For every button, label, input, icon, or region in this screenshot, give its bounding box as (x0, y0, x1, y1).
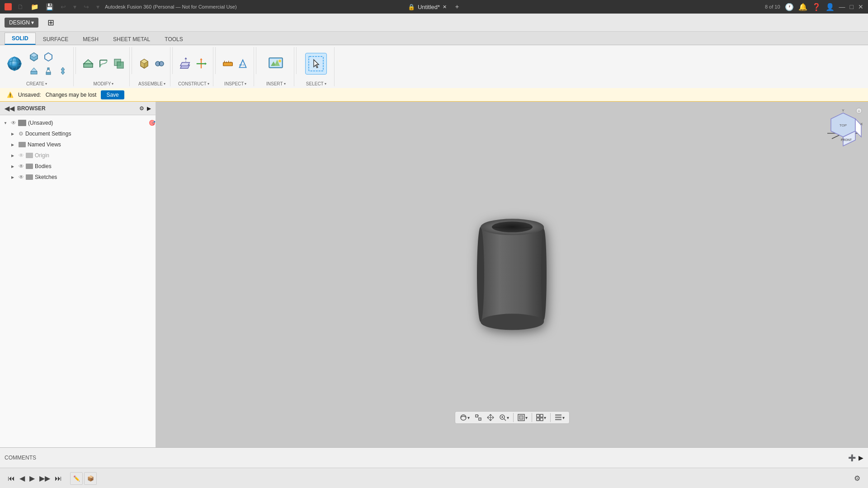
maximize-btn[interactable]: □ (850, 3, 854, 10)
fit-view-btn[interactable] (473, 413, 484, 422)
tree-item-bodies[interactable]: ▶ 👁 Bodies (0, 161, 156, 172)
save-button[interactable]: Save (101, 90, 124, 99)
create-loft-btn[interactable] (42, 64, 55, 78)
create-move-btn[interactable] (56, 64, 70, 78)
modify-label[interactable]: MODIFY ▾ (94, 80, 114, 86)
create-extrude-btn[interactable] (27, 64, 41, 78)
timeline-play-btn[interactable]: ▶ (28, 473, 36, 483)
timeline-first-btn[interactable]: ⏮ (7, 474, 16, 483)
svg-rect-9 (47, 68, 49, 70)
eye-icon-sketches[interactable]: 👁 (19, 174, 24, 180)
tab-surface[interactable]: SURFACE (36, 33, 76, 45)
zoom-btn[interactable]: ▾ (497, 413, 511, 422)
browser-header: ◀◀ BROWSER ⚙ ▶ (0, 102, 156, 115)
gear-icon-doc-settings: ⚙ (19, 131, 24, 137)
tree-item-sketches[interactable]: ▶ 👁 Sketches (0, 172, 156, 183)
assemble-new-component[interactable] (137, 57, 151, 70)
assemble-label[interactable]: ASSEMBLE ▾ (138, 80, 165, 86)
construct-label[interactable]: CONSTRUCT ▾ (178, 80, 209, 86)
svg-text:X: X (860, 122, 863, 126)
svg-marker-56 (855, 119, 861, 137)
svg-rect-45 (481, 227, 544, 322)
create-label[interactable]: CREATE ▾ (26, 80, 47, 86)
notifications-btn[interactable]: 🔔 (798, 3, 807, 11)
grid-apps-icon[interactable]: ⊞ (47, 18, 54, 28)
tree-item-doc-settings[interactable]: ▶ ⚙ Document Settings (0, 128, 156, 139)
browser-collapse-btn[interactable]: ◀◀ (5, 105, 14, 112)
tab-solid[interactable]: SOLID (5, 33, 36, 45)
timeline-next-btn[interactable]: ▶▶ (38, 473, 51, 483)
svg-line-10 (46, 70, 47, 72)
chevron-root: ▼ (4, 121, 9, 125)
add-tab-btn[interactable]: ＋ (454, 3, 460, 11)
tab-tools[interactable]: TOOLS (157, 33, 190, 45)
minimize-btn[interactable]: — (839, 3, 845, 10)
tree-label-root: (Unsaved) (28, 120, 147, 126)
modify-combine[interactable] (112, 57, 126, 70)
svg-marker-14 (84, 60, 93, 64)
tree-item-named-views[interactable]: ▶ Named Views (0, 139, 156, 150)
construct-group: CONSTRUCT ▾ (175, 47, 213, 86)
tab-sheet-metal[interactable]: SHEET METAL (106, 33, 157, 45)
svg-rect-77 (555, 414, 561, 416)
timeline-prev-btn[interactable]: ◀ (19, 473, 26, 483)
redo-btn[interactable]: ↪ (82, 2, 91, 11)
display-settings-btn[interactable]: ▾ (553, 413, 566, 422)
timeline-last-btn[interactable]: ⏭ (54, 474, 63, 483)
undo-btn[interactable]: ↩ (59, 2, 68, 11)
create-shell-btn[interactable] (42, 50, 55, 63)
svg-line-11 (49, 70, 51, 72)
select-btn[interactable] (305, 53, 327, 75)
inspect-label[interactable]: INSPECT ▾ (224, 80, 246, 86)
viewcube[interactable]: TOP FRONT Y X ⌂ (823, 106, 863, 147)
modify-fillet[interactable] (97, 57, 110, 70)
folder-root (18, 120, 26, 126)
target-icon-root[interactable]: 🎯 (149, 120, 156, 126)
pan-btn[interactable] (485, 413, 496, 422)
close-tab-icon[interactable]: ✕ (443, 4, 447, 10)
eye-root[interactable]: 👁 (11, 120, 16, 126)
create-main-btn[interactable] (4, 53, 25, 75)
quick-access-open[interactable]: 📁 (29, 2, 40, 11)
assemble-joint[interactable] (153, 57, 166, 70)
eye-icon-bodies[interactable]: 👁 (19, 163, 24, 169)
inspect-section-analysis[interactable] (236, 57, 250, 70)
browser-expand-icon[interactable]: ▶ (147, 105, 151, 112)
comments-add-btn[interactable]: ➕ (848, 454, 856, 461)
timeline-item-extrude[interactable]: 📦 (84, 472, 97, 485)
orbit-btn[interactable]: ▾ (458, 413, 472, 422)
history-btn[interactable]: 🕐 (785, 3, 794, 11)
eye-icon-origin[interactable]: 👁 (19, 152, 24, 159)
svg-rect-8 (46, 72, 51, 75)
timeline-settings-btn[interactable]: ⚙ (853, 473, 861, 483)
document-title: Untitled* (418, 4, 440, 10)
design-dropdown-btn[interactable]: DESIGN ▾ (5, 18, 38, 28)
quick-access-new[interactable]: 🗋 (15, 2, 25, 11)
viewport[interactable]: TOP FRONT Y X ⌂ ▾ (156, 102, 868, 447)
quick-access-save[interactable]: 💾 (44, 2, 55, 11)
insert-canvas-btn[interactable] (265, 53, 287, 75)
tree-item-origin[interactable]: ▶ 👁 Origin (0, 150, 156, 161)
svg-rect-65 (479, 418, 481, 420)
tab-mesh[interactable]: MESH (75, 33, 106, 45)
timeline-item-sketch[interactable]: ✏️ (70, 472, 83, 485)
construct-offset-plane[interactable] (179, 57, 193, 70)
comments-expand-btn[interactable]: ▶ (859, 454, 863, 461)
insert-label[interactable]: INSERT ▾ (266, 80, 286, 86)
construct-axis[interactable] (194, 57, 208, 70)
inspect-measure[interactable] (221, 57, 235, 70)
account-btn[interactable]: 👤 (826, 3, 835, 11)
grid-btn[interactable]: ▾ (534, 413, 548, 422)
help-btn[interactable]: ❓ (812, 3, 821, 11)
tree-item-root[interactable]: ▼ 👁 (Unsaved) 🎯 (0, 117, 156, 128)
redo-dropdown[interactable]: ▾ (94, 2, 101, 11)
svg-rect-13 (84, 64, 93, 67)
modify-press-pull[interactable] (81, 57, 95, 70)
undo-dropdown[interactable]: ▾ (71, 2, 78, 11)
view-mode-btn[interactable]: ▾ (516, 413, 529, 422)
timeline-right-controls: ⚙ (853, 473, 861, 483)
select-label[interactable]: SELECT ▾ (306, 80, 326, 86)
close-btn[interactable]: ✕ (858, 3, 863, 10)
browser-settings-icon[interactable]: ⚙ (139, 105, 144, 112)
create-box-btn[interactable] (27, 50, 41, 63)
